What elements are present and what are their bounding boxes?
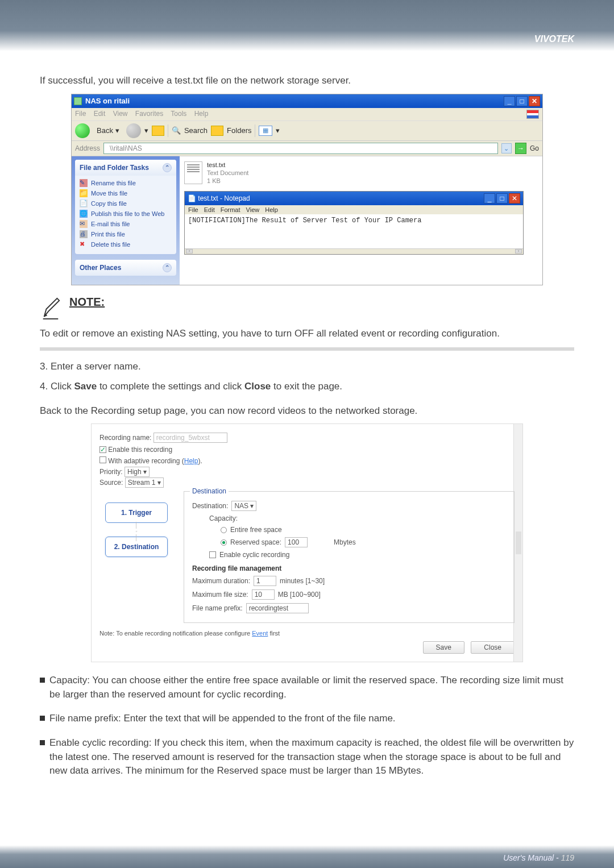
views-button[interactable]: ▦ [259, 126, 272, 136]
forward-icon[interactable] [126, 123, 141, 138]
entire-radio[interactable] [221, 527, 227, 533]
np-menu-format[interactable]: Format [221, 206, 240, 213]
reserved-input[interactable]: 100 [285, 537, 308, 547]
up-folder-icon[interactable] [152, 126, 164, 136]
page-number: 119 [561, 853, 574, 862]
address-input[interactable]: \\ritali\NAS [103, 143, 498, 154]
bullet-icon [40, 678, 45, 683]
back-button[interactable]: Back ▾ [93, 125, 123, 136]
adaptive-checkbox[interactable] [99, 456, 106, 463]
text-file-icon [184, 161, 202, 184]
source-label: Source: [99, 479, 123, 487]
bullet-section: Capacity: You can choose either the enti… [40, 674, 574, 778]
menu-help[interactable]: Help [194, 110, 209, 118]
task-delete[interactable]: ✖Delete this file [80, 239, 172, 250]
np-maximize-button[interactable]: □ [496, 193, 508, 203]
task-email[interactable]: ✉E-mail this file [80, 219, 172, 229]
save-button[interactable]: Save [423, 641, 464, 654]
folders-icon[interactable] [211, 126, 223, 136]
capacity-label: Capacity: [209, 514, 238, 522]
search-button[interactable]: Search [184, 126, 208, 135]
event-link[interactable]: Event [252, 630, 268, 637]
dest-label: Destination: [192, 502, 228, 510]
minimize-button[interactable]: _ [504, 96, 515, 106]
notepad-body[interactable]: [NOTIFICATION]The Result of Server Test … [185, 214, 523, 248]
intro-text: If successful, you will receive a test.t… [40, 74, 574, 88]
note-heading: NOTE: [69, 296, 105, 309]
priority-select[interactable]: High ▾ [125, 467, 150, 477]
folders-button[interactable]: Folders [227, 126, 251, 135]
destination-panel: Destination Destination: NAS ▾ Capacity:… [184, 491, 515, 623]
menu-favorites[interactable]: Favorites [135, 110, 163, 118]
prefix-label: File name prefix: [192, 604, 243, 612]
window-icon [74, 97, 82, 105]
menu-view[interactable]: View [113, 110, 128, 118]
other-places-panel: Other Places ⌃ [75, 260, 176, 276]
go-button-icon[interactable]: → [515, 143, 526, 154]
close-button-rec[interactable]: Close [471, 641, 515, 654]
window-title: NAS on ritali [85, 97, 130, 105]
file-tasks-heading: File and Folder Tasks [80, 164, 149, 172]
window-titlebar: NAS on ritali _ □ ✕ [72, 94, 542, 108]
np-menu-edit[interactable]: Edit [204, 206, 215, 213]
maximize-button[interactable]: □ [516, 96, 528, 106]
go-button[interactable]: Go [530, 144, 539, 152]
explorer-sidebar: File and Folder Tasks ⌃ ✎Rename this fil… [72, 156, 180, 285]
nas-explorer-window: NAS on ritali _ □ ✕ File Edit View Favor… [71, 94, 543, 285]
rec-scrollbar[interactable] [513, 424, 522, 662]
address-dropdown-icon[interactable]: ⌄ [501, 143, 512, 153]
task-print[interactable]: 🖨Print this file [80, 229, 172, 239]
bullet-capacity: Capacity: You can choose either the enti… [49, 674, 574, 701]
notepad-icon: 📄 [188, 194, 196, 202]
notepad-window: 📄 test.txt - Notepad _ □ ✕ File Edit For… [184, 191, 524, 255]
other-places-heading: Other Places [80, 264, 121, 272]
file-tasks-panel: File and Folder Tasks ⌃ ✎Rename this fil… [75, 160, 176, 254]
np-menu-file[interactable]: File [188, 206, 198, 213]
np-close-button[interactable]: ✕ [509, 193, 520, 203]
back-icon[interactable] [75, 123, 90, 138]
prefix-input[interactable]: recordingtest [246, 603, 309, 613]
task-publish[interactable]: 🌐Publish this file to the Web [80, 209, 172, 219]
file-item[interactable]: test.txt Text Document 1 KB [184, 161, 538, 185]
address-label: Address [75, 144, 100, 152]
bullet-icon [40, 716, 45, 721]
rec-name-input[interactable]: recording_5wbxst [154, 433, 227, 443]
task-copy[interactable]: 📄Copy this file [80, 198, 172, 209]
priority-label: Priority: [99, 468, 123, 476]
cyclic-checkbox[interactable] [209, 551, 216, 558]
cyclic-label: Enable cyclic recording [219, 551, 289, 559]
maxdur-label: Maximum duration: [192, 577, 250, 585]
adaptive-label: With adaptive recording (Help). [108, 457, 202, 465]
close-button[interactable]: ✕ [529, 96, 540, 106]
np-menu-view[interactable]: View [246, 206, 260, 213]
np-menu-help[interactable]: Help [265, 206, 278, 213]
page-footer: User's Manual - 119 [0, 845, 614, 868]
search-icon[interactable]: 🔍 [172, 126, 181, 135]
task-rename[interactable]: ✎Rename this file [80, 178, 172, 188]
collapse-icon-2[interactable]: ⌃ [163, 263, 172, 272]
source-select[interactable]: Stream 1 ▾ [125, 477, 164, 488]
menu-tools[interactable]: Tools [171, 110, 186, 118]
enable-checkbox[interactable]: ✓ [99, 446, 106, 453]
rec-note: Note: To enable recording notification p… [99, 630, 515, 637]
recording-setup-window: Recording name: recording_5wbxst ✓ Enabl… [91, 423, 523, 662]
footer-label: User's Manual - [503, 853, 561, 862]
collapse-icon[interactable]: ⌃ [163, 163, 172, 172]
file-name: test.txt [207, 161, 248, 169]
dest-select[interactable]: NAS ▾ [231, 501, 256, 511]
reserved-radio[interactable] [221, 539, 227, 546]
pencil-icon [40, 294, 61, 321]
task-move[interactable]: 📁Move this file [80, 188, 172, 198]
reserved-label: Reserved space: [230, 538, 281, 546]
mgmt-heading: Recording file management [192, 564, 506, 572]
help-link[interactable]: Help [184, 457, 198, 465]
maxfile-input[interactable]: 10 [252, 589, 275, 600]
menu-edit[interactable]: Edit [94, 110, 106, 118]
tab-trigger[interactable]: 1. Trigger [105, 502, 168, 523]
notepad-scrollbar[interactable]: ‹› [185, 248, 523, 254]
notepad-title: test.txt - Notepad [198, 194, 250, 202]
explorer-menubar: File Edit View Favorites Tools Help [72, 108, 542, 121]
menu-file[interactable]: File [75, 110, 86, 118]
maxdur-input[interactable]: 1 [254, 576, 276, 586]
np-minimize-button[interactable]: _ [484, 193, 495, 203]
